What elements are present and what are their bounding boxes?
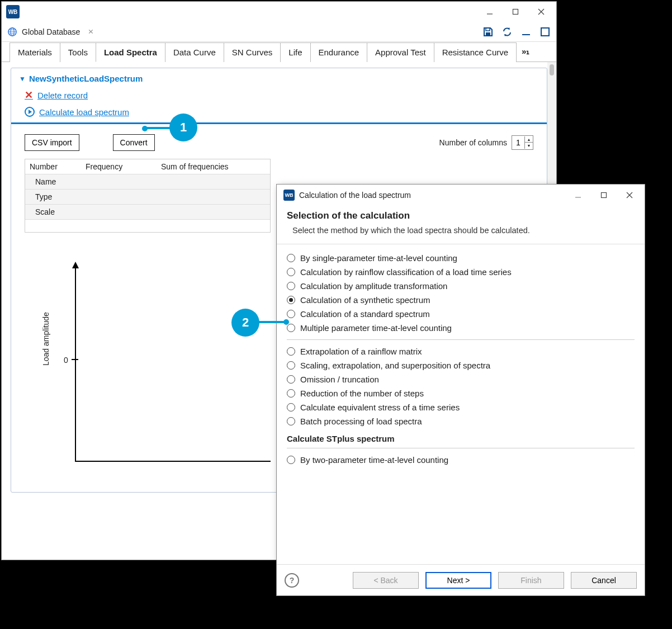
chart-zero-tick	[72, 359, 78, 360]
tabs-overflow-button[interactable]: »₁	[516, 42, 535, 62]
radio-option[interactable]: Extrapolation of a rainflow matrix	[287, 344, 635, 358]
dialog-maximize-button[interactable]	[591, 187, 617, 204]
radio-option[interactable]: Calculation by amplitude transformation	[287, 279, 635, 293]
save-icon[interactable]	[482, 26, 494, 37]
finish-button[interactable]: Finish	[498, 572, 564, 589]
help-button[interactable]: ?	[285, 573, 299, 588]
radio-option[interactable]: Omission / truncation	[287, 372, 635, 386]
svg-rect-10	[486, 32, 490, 36]
radio-icon	[287, 254, 295, 262]
window-minimize-icon[interactable]	[520, 26, 532, 37]
chart-y-label: Load amplitude	[41, 312, 50, 366]
main-maximize-button[interactable]	[503, 3, 528, 20]
tabs: Materials Tools Load Spectra Data Curve …	[2, 42, 556, 62]
subbar: Global Database ⨯	[2, 22, 556, 42]
grid-row-name: Name	[25, 174, 70, 189]
radio-icon	[287, 282, 295, 290]
back-button[interactable]: < Back	[353, 572, 419, 589]
radio-option[interactable]: Calculation by rainflow classification o…	[287, 265, 635, 279]
tab-materials[interactable]: Materials	[10, 42, 60, 62]
dialog-subheading: Calculate STplus spectrum	[287, 434, 635, 443]
svg-rect-14	[602, 193, 607, 198]
app-icon: WB	[6, 5, 20, 18]
radio-option[interactable]: By single-parameter time-at-level counti…	[287, 251, 635, 265]
tab-data-curve[interactable]: Data Curve	[165, 42, 224, 62]
callout-2-dot	[283, 319, 289, 325]
callout-1-badge: 1	[169, 113, 197, 141]
delete-record-link[interactable]: ✕ Delete record	[25, 89, 539, 101]
main-minimize-button[interactable]	[477, 3, 503, 20]
tab-load-spectra[interactable]: Load Spectra	[96, 42, 165, 62]
num-columns-spinner[interactable]: ▲ ▼	[512, 135, 533, 150]
tab-life[interactable]: Life	[280, 42, 310, 62]
radio-icon	[287, 417, 295, 425]
dialog-heading: Selection of the calculation	[287, 210, 635, 221]
cancel-button[interactable]: Cancel	[571, 572, 637, 589]
dialog-separator-1	[287, 339, 635, 340]
num-columns-label: Number of columns	[439, 138, 507, 147]
svg-rect-9	[486, 28, 490, 31]
dialog-title: Calculation of the load spectrum	[299, 191, 411, 200]
convert-button[interactable]: Convert	[113, 134, 155, 151]
radio-icon	[287, 389, 295, 398]
num-columns-input[interactable]	[512, 136, 524, 149]
radio-icon	[287, 310, 295, 318]
radio-label: Calculation by rainflow classification o…	[300, 267, 512, 277]
radio-icon	[287, 375, 295, 384]
main-close-button[interactable]	[528, 3, 554, 20]
radio-option[interactable]: Reduction of the number of steps	[287, 386, 635, 400]
dialog-footer: ? < Back Next > Finish Cancel	[277, 564, 645, 595]
radio-option[interactable]: Calculate equivalent stress of a time se…	[287, 400, 635, 414]
radio-label: Calculation of a synthetic spectrum	[300, 295, 430, 305]
grid-row-scale: Scale	[25, 205, 70, 219]
x-icon: ✕	[25, 89, 33, 101]
radio-option[interactable]: Multiple parameter time-at-level countin…	[287, 321, 635, 335]
tab-sn-curves[interactable]: SN Curves	[224, 42, 281, 62]
callout-2-line	[257, 321, 285, 323]
chart: 0 Load amplitude	[41, 255, 276, 479]
radio-option[interactable]: Batch processing of load spectra	[287, 414, 635, 428]
svg-rect-12	[541, 28, 549, 36]
record-divider	[11, 122, 547, 124]
radio-label: By two-parameter time-at-level counting	[300, 455, 448, 465]
play-icon	[25, 107, 35, 117]
radio-icon	[287, 403, 295, 412]
chart-y-axis	[75, 266, 76, 462]
calculate-spectrum-link[interactable]: Calculate load spectrum	[25, 107, 539, 117]
refresh-icon[interactable]	[501, 26, 513, 37]
data-grid: Number Frequency Sum of frequencies Name…	[25, 159, 271, 233]
radio-option[interactable]: Scaling, extrapolation, and superpositio…	[287, 358, 635, 372]
record-title-text: NewSyntheticLoadSpectrum	[29, 74, 143, 83]
radio-option[interactable]: Calculation of a standard spectrum	[287, 307, 635, 321]
caret-down-icon: ▼	[19, 75, 26, 83]
main-titlebar: WB	[2, 2, 556, 22]
radio-label: Omission / truncation	[300, 375, 379, 384]
svg-rect-11	[522, 34, 530, 35]
spinner-up-button[interactable]: ▲	[525, 136, 533, 143]
dialog-close-button[interactable]	[617, 187, 642, 204]
next-button[interactable]: Next >	[425, 572, 491, 589]
subbar-close-icon[interactable]: ⨯	[88, 27, 94, 36]
globe-icon	[7, 27, 17, 37]
svg-rect-1	[513, 10, 518, 15]
radio-label: Reduction of the number of steps	[300, 389, 424, 398]
tab-approval-test[interactable]: Approval Test	[367, 42, 434, 62]
chart-x-axis	[75, 461, 271, 462]
dialog-minimize-button[interactable]	[565, 187, 591, 204]
window-restore-icon[interactable]	[540, 26, 551, 37]
grid-header-number: Number	[25, 159, 81, 174]
chart-zero-label: 0	[64, 356, 68, 365]
grid-row-type: Type	[25, 190, 70, 204]
csv-import-button[interactable]: CSV import	[25, 134, 79, 151]
radio-icon	[287, 456, 295, 464]
tab-endurance[interactable]: Endurance	[310, 42, 368, 62]
tab-tools[interactable]: Tools	[60, 42, 96, 62]
tab-resistance-curve[interactable]: Resistance Curve	[434, 42, 517, 62]
subbar-title: Global Database	[22, 27, 80, 36]
radio-option[interactable]: Calculation of a synthetic spectrum	[287, 293, 635, 307]
spinner-down-button[interactable]: ▼	[525, 143, 533, 149]
radio-option[interactable]: By two-parameter time-at-level counting	[287, 453, 635, 467]
record-title[interactable]: ▼ NewSyntheticLoadSpectrum	[19, 74, 539, 83]
radio-label: Batch processing of load spectra	[300, 417, 422, 426]
radio-label: Calculation of a standard spectrum	[300, 309, 430, 319]
